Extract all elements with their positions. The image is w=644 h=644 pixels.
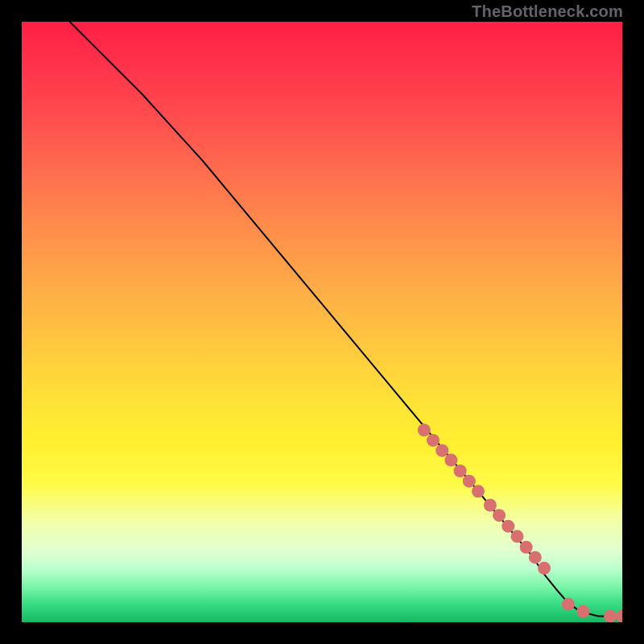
highlight-dot — [427, 434, 440, 447]
highlight-dot — [502, 520, 514, 533]
highlight-dot — [444, 454, 457, 467]
chart-svg — [22, 22, 622, 622]
curve-path — [70, 22, 622, 617]
highlight-dot — [577, 605, 590, 618]
chart-stage: TheBottleneck.com — [0, 0, 644, 644]
highlight-dot — [604, 610, 617, 622]
highlight-dot — [454, 464, 467, 477]
highlight-dot — [418, 423, 431, 436]
highlight-dot — [538, 562, 551, 575]
highlight-dot — [616, 610, 622, 622]
highlight-dot — [529, 551, 542, 564]
highlight-dot — [562, 598, 575, 611]
plot-area — [22, 22, 622, 622]
highlight-dot — [463, 475, 476, 488]
highlight-dot — [436, 444, 448, 457]
highlight-dot — [510, 530, 523, 543]
highlight-dot — [472, 485, 485, 497]
highlight-dot — [520, 541, 533, 554]
attribution-label: TheBottleneck.com — [472, 2, 623, 21]
highlight-dot — [493, 509, 506, 522]
highlight-dot — [484, 499, 497, 512]
